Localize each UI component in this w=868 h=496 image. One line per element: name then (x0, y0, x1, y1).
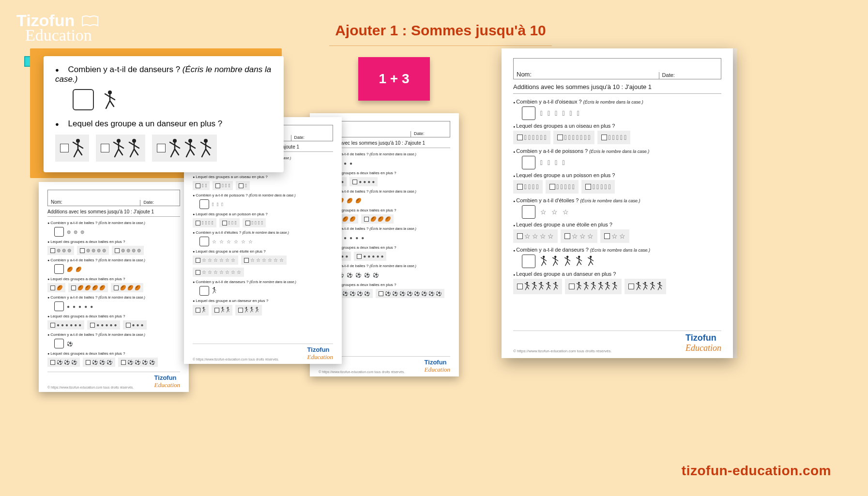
option-1[interactable]: 🏉🏉🏉 (361, 214, 394, 224)
option-0[interactable]: ⚽⚽⚽ (47, 358, 80, 367)
option-0[interactable]: ●●●●●● (47, 320, 84, 330)
checkbox-icon[interactable] (628, 284, 634, 289)
checkbox-icon[interactable] (244, 258, 249, 263)
checkbox-icon[interactable] (585, 184, 591, 190)
callout-option-1[interactable] (96, 135, 145, 162)
checkbox-icon[interactable] (101, 144, 109, 152)
checkbox-icon[interactable] (196, 183, 200, 188)
option-2[interactable]: 🏉🏉🏉 (111, 283, 143, 292)
answer-box[interactable] (199, 237, 209, 246)
date-field[interactable]: Date: (291, 135, 333, 141)
option-0[interactable]: ⊚⊚⊚ (47, 246, 74, 255)
checkbox-icon[interactable] (121, 360, 126, 365)
checkbox-icon[interactable] (352, 180, 357, 184)
checkbox-icon[interactable] (214, 308, 219, 313)
checkbox-icon[interactable] (114, 286, 119, 290)
checkbox-icon[interactable] (71, 286, 76, 290)
option-0[interactable]: 𓆟𓆟𓆟𓆟 (513, 180, 543, 194)
answer-box[interactable] (73, 89, 94, 110)
option-1[interactable]: ⊚⊚⊚⊚ (77, 246, 109, 255)
option-0[interactable] (193, 305, 209, 316)
option-1[interactable]: ☆☆☆☆☆☆ (241, 256, 287, 265)
option-2[interactable]: ⊚⊚⊚⊚ (112, 246, 144, 255)
option-1[interactable]: 𓅮𓅮𓅮𓅮𓅮𓅮𓅮 (553, 131, 594, 144)
checkbox-icon[interactable] (50, 323, 55, 328)
answer-box[interactable] (522, 205, 535, 219)
name-field[interactable]: Nom: (48, 199, 140, 206)
checkbox-icon[interactable] (222, 221, 227, 225)
checkbox-icon[interactable] (196, 258, 200, 263)
option-1[interactable]: ●●●●● (354, 252, 386, 261)
option-1[interactable]: ●●●● (350, 177, 378, 186)
option-2[interactable] (235, 305, 261, 316)
option-2[interactable]: ☆☆ (600, 229, 629, 243)
answer-box[interactable] (522, 106, 535, 120)
checkbox-icon[interactable] (215, 183, 220, 188)
answer-box[interactable] (54, 264, 64, 274)
option-0[interactable]: ☆☆☆☆☆☆ (193, 256, 238, 265)
answer-box[interactable] (199, 286, 209, 296)
option-1[interactable] (565, 279, 621, 294)
checkbox-icon[interactable] (115, 248, 120, 253)
option-2[interactable]: 𓅮𓅮𓅮𓅮𓅮 (597, 131, 631, 144)
checkbox-icon[interactable] (196, 270, 200, 275)
checkbox-icon[interactable] (126, 323, 131, 328)
date-field[interactable]: Date: (411, 131, 450, 137)
checkbox-icon[interactable] (604, 233, 610, 239)
checkbox-icon[interactable] (196, 221, 200, 225)
checkbox-icon[interactable] (50, 286, 55, 290)
checkbox-icon[interactable] (517, 284, 523, 289)
checkbox-icon[interactable] (517, 184, 523, 190)
option-1[interactable]: ☆☆☆ (561, 229, 597, 243)
option-2[interactable] (624, 279, 667, 294)
checkbox-icon[interactable] (379, 291, 383, 296)
checkbox-icon[interactable] (517, 233, 523, 239)
checkbox-icon[interactable] (196, 308, 200, 313)
option-0[interactable]: 𓅮𓅮𓅮𓅮𓅮𓅮 (513, 131, 550, 144)
callout-option-2[interactable] (152, 135, 217, 162)
callout-option-0[interactable] (55, 135, 89, 162)
checkbox-icon[interactable] (239, 183, 244, 188)
date-field[interactable]: Date: (140, 200, 180, 206)
option-0[interactable]: 𓆟𓆟𓆟𓆟 (193, 218, 216, 227)
checkbox-icon[interactable] (569, 284, 575, 289)
checkbox-icon[interactable] (564, 233, 570, 239)
checkbox-icon[interactable] (364, 217, 369, 222)
checkbox-icon[interactable] (86, 360, 91, 365)
option-1[interactable] (212, 305, 233, 316)
answer-box[interactable] (522, 156, 535, 169)
answer-box[interactable] (54, 339, 64, 348)
answer-box[interactable] (199, 199, 209, 209)
checkbox-icon[interactable] (60, 144, 69, 152)
name-field[interactable]: Nom: (514, 71, 659, 79)
checkbox-icon[interactable] (80, 248, 85, 253)
answer-box[interactable] (54, 227, 64, 237)
checkbox-icon[interactable] (357, 254, 362, 259)
option-2[interactable]: 𓆟𓆟𓆟𓆟 (243, 218, 266, 227)
option-2[interactable]: 𓅮 (236, 181, 250, 190)
option-1[interactable]: ●●●●● (87, 320, 120, 330)
checkbox-icon[interactable] (549, 184, 555, 190)
option-1[interactable]: 𓆟𓆟𓆟𓆟𓆟 (546, 180, 579, 194)
option-0[interactable]: 🏉 (47, 283, 65, 292)
option-1[interactable]: 𓆟𓆟𓆟 (219, 218, 240, 227)
checkbox-icon[interactable] (238, 308, 243, 313)
option-1[interactable]: 𓅮𓅮𓅮 (213, 181, 233, 190)
option-2[interactable]: ⚽⚽⚽⚽ (118, 358, 158, 367)
option-1[interactable]: ⚽⚽⚽ (83, 358, 115, 367)
checkbox-icon[interactable] (517, 135, 523, 140)
checkbox-icon[interactable] (601, 135, 607, 140)
option-1[interactable]: 🏉🏉🏉🏉 (68, 283, 108, 292)
answer-box[interactable] (522, 255, 535, 268)
checkbox-icon[interactable] (157, 144, 166, 152)
option-0[interactable]: ☆☆☆☆ (513, 229, 558, 243)
option-2[interactable]: ●●● (123, 320, 147, 330)
checkbox-icon[interactable] (245, 221, 250, 225)
date-field[interactable]: Date: (659, 72, 721, 79)
option-0[interactable] (513, 279, 562, 294)
option-0[interactable]: 𓅮𓅮 (193, 181, 210, 190)
checkbox-icon[interactable] (90, 323, 95, 328)
option-1[interactable]: ⚽⚽⚽⚽⚽⚽⚽⚽ (376, 289, 444, 298)
answer-box[interactable] (54, 301, 64, 311)
checkbox-icon[interactable] (50, 360, 55, 365)
